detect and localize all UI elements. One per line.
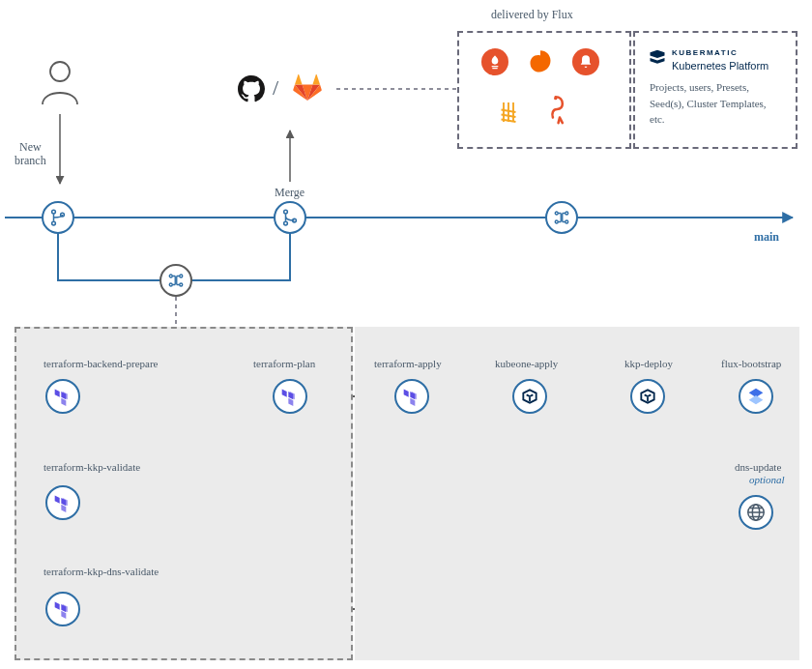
- flamingo-icon: [543, 93, 576, 126]
- node-flux-bootstrap: [739, 379, 773, 414]
- node-tf-kkp-validate: [45, 485, 80, 520]
- svg-point-12: [284, 221, 288, 225]
- ci-main-node: [545, 201, 578, 234]
- svg-point-16: [180, 275, 183, 277]
- svg-point-11: [284, 210, 288, 214]
- label-kubeone-apply: kubeone-apply: [495, 358, 558, 370]
- label-flux-bootstrap: flux-bootstrap: [721, 358, 781, 370]
- gitlab-icon: [290, 70, 325, 108]
- node-tf-plan: [273, 379, 307, 414]
- svg-point-6: [50, 62, 70, 81]
- label-optional: optional: [749, 474, 785, 486]
- kubermatic-desc: Projects, users, Presets, Seed(s), Clust…: [650, 79, 785, 128]
- svg-point-9: [52, 221, 56, 225]
- svg-point-18: [555, 212, 558, 215]
- svg-point-15: [169, 283, 172, 286]
- prometheus-icon: [481, 48, 508, 75]
- merge-label: Merge: [275, 186, 304, 199]
- label-dns-update: dns-update: [735, 461, 781, 474]
- node-kkp-deploy: [630, 379, 665, 414]
- kubermatic-subtitle: Kubernetes Platform: [672, 60, 768, 72]
- branch-node: [42, 201, 74, 234]
- new-branch-label: New branch: [14, 140, 46, 168]
- label-tf-apply: terraform-apply: [374, 358, 442, 370]
- label-tf-plan: terraform-plan: [253, 358, 315, 370]
- grafana-icon: [527, 48, 554, 75]
- svg-point-7: [554, 97, 557, 100]
- label-kkp-deploy: kkp-deploy: [624, 358, 673, 370]
- node-tf-apply: [394, 379, 429, 414]
- label-tf-backend: terraform-backend-prepare: [44, 358, 158, 370]
- svg-point-8: [52, 210, 56, 214]
- label-tf-kkp-validate: terraform-kkp-validate: [44, 461, 140, 474]
- svg-point-20: [566, 212, 568, 215]
- github-icon: [238, 75, 265, 109]
- label-tf-kkp-dns: terraform-kkp-dns-validate: [44, 566, 159, 578]
- kubermatic-logo: [648, 48, 667, 72]
- kubermatic-title: KUBERMATIC: [672, 48, 738, 57]
- alertmanager-icon: [572, 48, 599, 75]
- delivered-label: delivered by Flux: [491, 8, 573, 21]
- merge-node: [274, 201, 306, 234]
- loki-icon: [493, 97, 524, 128]
- node-tf-kkp-dns: [45, 592, 80, 626]
- svg-point-19: [555, 220, 558, 223]
- node-tf-backend: [45, 379, 80, 414]
- main-label: main: [754, 230, 779, 244]
- node-kubeone-apply: [512, 379, 547, 414]
- svg-point-14: [169, 275, 172, 277]
- svg-point-17: [180, 283, 183, 286]
- svg-point-21: [566, 220, 568, 223]
- pipeline-stage-b: [355, 327, 799, 660]
- vcs-separator: /: [273, 75, 278, 101]
- ci-branch-node: [160, 264, 192, 297]
- node-dns-update: [739, 495, 773, 530]
